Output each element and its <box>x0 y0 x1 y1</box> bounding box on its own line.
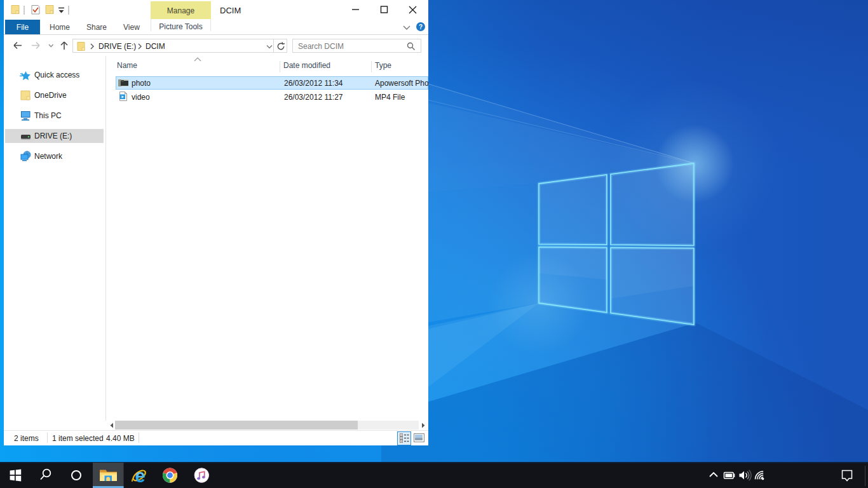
svg-text:e: e <box>135 466 145 486</box>
svg-text:?: ? <box>419 24 423 30</box>
